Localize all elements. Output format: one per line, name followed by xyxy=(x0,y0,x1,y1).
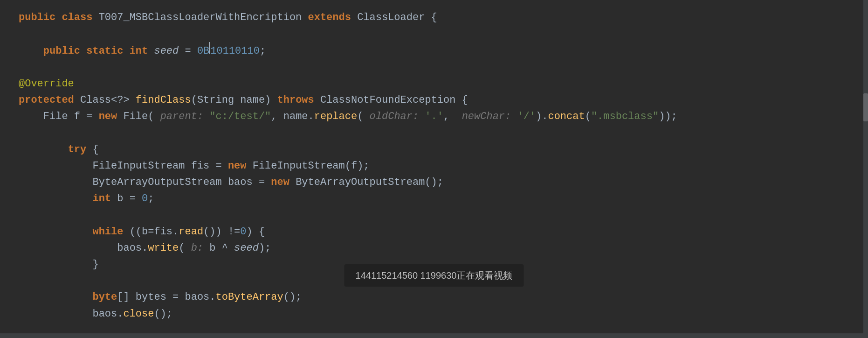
file-constructor: File( xyxy=(123,108,154,125)
seed-ref: seed xyxy=(234,240,259,256)
keyword-new3: new xyxy=(271,174,296,190)
method-close: close xyxy=(123,306,154,322)
comma2: , xyxy=(443,108,462,125)
baos-close-ref: baos. xyxy=(92,306,123,322)
binary-prefix: 0B xyxy=(197,43,209,59)
to-byte-array-close: (); xyxy=(283,289,302,305)
indent xyxy=(19,43,43,59)
keyword-public: public xyxy=(19,9,62,26)
line-while: while ((b=fis.read()) !=0) { xyxy=(19,224,849,240)
indent8 xyxy=(19,240,117,256)
keyword-new1: new xyxy=(99,108,124,125)
indent5 xyxy=(19,174,92,190)
method-concat: concat xyxy=(548,108,585,125)
scrollbar-thumb-right[interactable] xyxy=(863,93,868,121)
override-annotation: @Override xyxy=(19,76,74,92)
fis-constructor: FileInputStream(f); xyxy=(253,158,370,174)
indent7 xyxy=(19,224,92,240)
notification-text: 144115214560 1199630正在观看视频 xyxy=(356,270,513,281)
superclass-name: ClassLoader xyxy=(357,9,425,26)
fis-decl: FileInputStream fis = xyxy=(92,158,227,174)
line-int-b: int b = 0; xyxy=(19,190,849,207)
zero-literal: 0 xyxy=(142,190,148,207)
hint-b: b: xyxy=(191,240,210,256)
line-bytes: byte[] bytes = baos.toByteArray(); xyxy=(19,289,849,305)
write-open: ( xyxy=(179,240,191,256)
string-path: "c:/test/" xyxy=(209,108,271,125)
hint-newChar: newChar: xyxy=(462,108,517,125)
baos-ref: baos. xyxy=(117,240,148,256)
line-fis: FileInputStream fis = new FileInputStrea… xyxy=(19,158,849,174)
exception-type: ClassNotFoundException { xyxy=(320,92,468,108)
class-name: T007_MSBClassLoaderWithEncription xyxy=(99,9,308,26)
indent4 xyxy=(19,158,92,174)
method-read: read xyxy=(179,224,203,240)
keyword-int: int xyxy=(130,43,154,59)
method-toByteArray: toByteArray xyxy=(215,289,283,305)
keyword-throws: throws xyxy=(277,92,320,108)
line-class: public class T007_MSBClassLoaderWithEncr… xyxy=(19,9,849,26)
indent9 xyxy=(19,256,92,273)
indent3 xyxy=(19,141,68,158)
scrollbar-bottom[interactable] xyxy=(0,333,863,338)
line-method-decl: protected Class<?> findClass(String name… xyxy=(19,92,849,108)
string-msbclass: ".msbclass" xyxy=(591,108,659,125)
line-try: try { xyxy=(19,141,849,158)
comma1: , name. xyxy=(271,108,314,125)
baos-decl: ByteArrayOutputStream baos = xyxy=(92,174,271,190)
close-call: (); xyxy=(154,306,172,322)
line-empty-2 xyxy=(19,59,849,76)
method-replace: replace xyxy=(314,108,357,125)
try-brace: { xyxy=(92,141,98,158)
replace-close: ). xyxy=(536,108,548,125)
method-params: (String name) xyxy=(191,92,277,108)
concat-close: )); xyxy=(659,108,677,125)
baos-constructor: ByteArrayOutputStream(); xyxy=(296,174,443,190)
hint-parent: parent: xyxy=(154,108,209,125)
while-cond-close: ()) != xyxy=(203,224,240,240)
field-seed: seed xyxy=(154,43,179,59)
line-empty-4 xyxy=(19,207,849,223)
indent6 xyxy=(19,190,92,207)
string-dot: '.' xyxy=(425,108,443,125)
close-while-brace: } xyxy=(92,256,98,273)
concat-open: ( xyxy=(585,108,591,125)
while-cond-open: ((b=fis. xyxy=(130,224,179,240)
line-field: public static int seed = 0B10110110; xyxy=(19,42,849,59)
line-annotation: @Override xyxy=(19,76,849,92)
xor-expr: b ^ xyxy=(209,240,234,256)
keyword-public2: public xyxy=(43,43,86,59)
line-baos-write: baos.write( b: b ^ seed); xyxy=(19,240,849,256)
file-var: File f = xyxy=(43,108,99,125)
binary-value: 10110110 xyxy=(210,43,260,59)
b-decl: b = xyxy=(117,190,142,207)
zero-literal2: 0 xyxy=(240,224,246,240)
line-baos-close: baos.close(); xyxy=(19,306,849,322)
overlay-notification: 144115214560 1199630正在观看视频 xyxy=(344,264,524,287)
return-type: Class<?> xyxy=(80,92,136,108)
open-brace: { xyxy=(425,9,437,26)
semicolon2: ; xyxy=(148,190,154,207)
hint-oldChar: oldChar: xyxy=(370,108,425,125)
keyword-protected: protected xyxy=(19,92,80,108)
method-findClass: findClass xyxy=(136,92,191,108)
keyword-byte: byte xyxy=(92,289,117,305)
keyword-static: static xyxy=(86,43,129,59)
keyword-extends: extends xyxy=(308,9,358,26)
line-file-decl: File f = new File( parent: "c:/test/", n… xyxy=(19,108,849,125)
keyword-int2: int xyxy=(92,190,117,207)
write-close: ); xyxy=(259,240,271,256)
indent11 xyxy=(19,306,92,322)
indent2 xyxy=(19,108,43,125)
line-empty-3 xyxy=(19,125,849,141)
scrollbar-right[interactable] xyxy=(863,0,868,338)
replace-open: ( xyxy=(357,108,369,125)
keyword-new2: new xyxy=(228,158,253,174)
line-baos: ByteArrayOutputStream baos = new ByteArr… xyxy=(19,174,849,190)
semicolon1: ; xyxy=(260,43,266,59)
string-slash: '/' xyxy=(517,108,536,125)
indent10 xyxy=(19,289,92,305)
method-write: write xyxy=(148,240,179,256)
keyword-class: class xyxy=(62,9,98,26)
bytes-decl: [] bytes = baos. xyxy=(117,289,215,305)
